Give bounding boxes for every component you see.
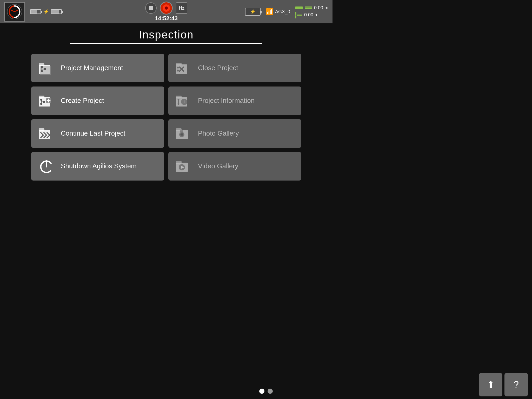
wifi-section: 📶 AGX_0 — [266, 8, 290, 15]
measurements-section: 0.00 m 0.00 m — [295, 5, 328, 18]
svg-rect-35 — [39, 128, 44, 131]
h-bar-top — [295, 6, 303, 9]
video-gallery-label: Video Gallery — [198, 162, 238, 170]
playback-controls: Hz — [145, 2, 187, 15]
battery-section: ⚡ — [25, 9, 245, 15]
project-management-label: Project Management — [61, 64, 123, 72]
svg-rect-11 — [176, 63, 182, 65]
header-center: Hz 14:52:43 — [145, 2, 187, 22]
charging-symbol: ⚡ — [250, 9, 256, 15]
network-label: AGX_0 — [275, 9, 290, 15]
clock: 14:52:43 — [155, 15, 178, 22]
battery-bar-right — [51, 9, 62, 14]
continue-last-project-label: Continue Last Project — [61, 129, 125, 137]
plug-icon: ⚡ — [43, 9, 49, 15]
battery-bar-left — [30, 9, 41, 14]
record-button[interactable] — [160, 2, 173, 15]
project-information-label: Project Information — [198, 97, 255, 105]
create-project-label: Create Project — [61, 97, 104, 105]
svg-rect-18 — [39, 96, 44, 98]
menu-grid: Project Management Close Project — [0, 49, 332, 186]
shutdown-icon — [37, 157, 56, 175]
svg-rect-45 — [176, 161, 182, 164]
app-logo[interactable] — [4, 2, 25, 22]
header-right: ⚡ 📶 AGX_0 0.00 m — [245, 5, 328, 18]
svg-rect-41 — [180, 130, 183, 132]
record-icon — [163, 4, 170, 12]
project-information-button[interactable]: i Project Information — [168, 87, 301, 115]
wifi-icon: 📶 — [266, 8, 274, 15]
title-underline — [70, 43, 262, 44]
close-project-label: Close Project — [198, 64, 238, 72]
svg-point-40 — [181, 134, 183, 135]
page-title: Inspection — [0, 29, 332, 41]
battery-left — [30, 9, 41, 14]
project-information-icon: i — [175, 92, 193, 110]
charging-battery-icon: ⚡ — [245, 8, 261, 16]
svg-rect-3 — [39, 63, 44, 66]
battery-right — [51, 9, 62, 14]
v-measurement-value: 0.00 m — [304, 12, 318, 18]
svg-point-23 — [43, 101, 45, 103]
continue-last-project-button[interactable]: Continue Last Project — [31, 119, 164, 148]
svg-point-1 — [165, 6, 168, 10]
svg-text:i: i — [184, 100, 185, 104]
continue-last-project-icon — [37, 124, 56, 143]
create-project-button[interactable]: Create Project — [31, 87, 164, 115]
header: ⚡ Hz 14:52:43 — [0, 0, 332, 23]
horizontal-measurement: 0.00 m — [295, 5, 328, 11]
project-management-button[interactable]: Project Management — [31, 54, 164, 82]
photo-gallery-label: Photo Gallery — [198, 129, 239, 137]
video-gallery-button[interactable]: Video Gallery — [168, 152, 301, 181]
vertical-measurement: 0.00 m — [295, 12, 328, 18]
shutdown-button[interactable]: Shutdown Agilios System — [31, 152, 164, 181]
hz-button[interactable]: Hz — [176, 2, 187, 14]
photo-gallery-button[interactable]: Photo Gallery — [168, 119, 301, 148]
svg-rect-28 — [176, 96, 182, 98]
project-management-icon — [37, 59, 56, 77]
h-measurement-value: 0.00 m — [314, 5, 328, 11]
close-project-button[interactable]: Close Project — [168, 54, 301, 82]
page-title-section: Inspection — [0, 23, 332, 46]
shutdown-label: Shutdown Agilios System — [61, 162, 137, 170]
video-gallery-icon — [175, 157, 193, 175]
stop-icon — [149, 6, 153, 10]
stop-button[interactable] — [145, 2, 157, 14]
create-project-icon — [37, 92, 56, 110]
svg-point-9 — [44, 68, 46, 70]
close-project-icon — [175, 59, 193, 77]
photo-gallery-icon — [175, 124, 193, 143]
